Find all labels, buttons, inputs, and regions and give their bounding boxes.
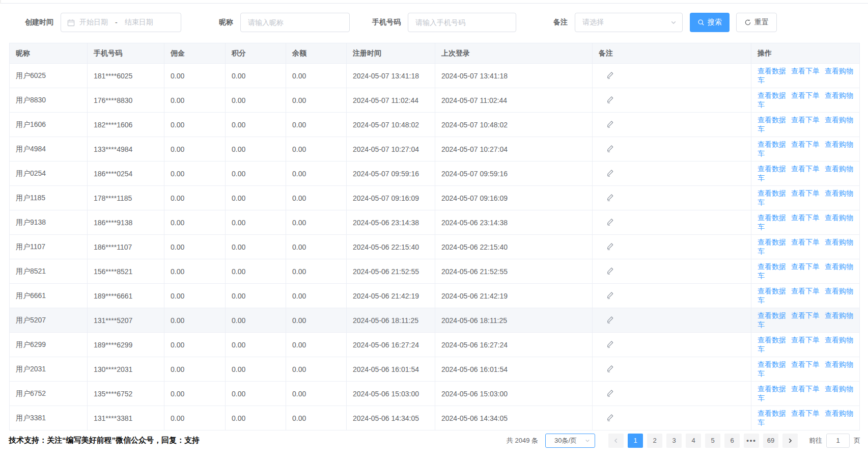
pencil-icon[interactable] (606, 194, 614, 201)
view-order-link[interactable]: 查看下单 (791, 336, 820, 344)
date-range-picker[interactable]: 开始日期 - 结束日期 (61, 13, 181, 32)
view-order-link[interactable]: 查看下单 (791, 67, 820, 75)
cell-points: 0.00 (226, 186, 286, 210)
view-data-link[interactable]: 查看数据 (758, 91, 786, 99)
pencil-icon[interactable] (606, 340, 614, 348)
cell-balance: 0.00 (286, 284, 347, 308)
cell-last-login: 2024-05-06 21:42:19 (435, 284, 593, 308)
remark-select[interactable]: 请选择 (575, 13, 683, 32)
pencil-icon[interactable] (606, 71, 614, 79)
cell-register-time: 2024-05-06 21:52:55 (347, 259, 435, 284)
view-data-link[interactable]: 查看数据 (758, 311, 786, 319)
cell-actions: 查看数据查看下单查看购物车 (751, 235, 860, 259)
view-data-link[interactable]: 查看数据 (758, 189, 786, 197)
pencil-icon[interactable] (606, 316, 614, 324)
table-row: 用户1107 186****1107 0.00 0.00 0.00 2024-0… (10, 235, 860, 259)
view-data-link[interactable]: 查看数据 (758, 262, 786, 271)
pencil-icon[interactable] (606, 243, 614, 250)
page-button-1[interactable]: 1 (628, 434, 643, 448)
view-order-link[interactable]: 查看下单 (791, 360, 820, 368)
cell-nickname: 用户1185 (10, 186, 88, 210)
prev-page-button[interactable] (608, 434, 624, 448)
cell-balance: 0.00 (286, 357, 347, 382)
view-data-link[interactable]: 查看数据 (758, 116, 786, 124)
view-order-link[interactable]: 查看下单 (791, 238, 820, 246)
pencil-icon[interactable] (606, 120, 614, 128)
cell-remark (593, 357, 751, 382)
cell-commission: 0.00 (164, 210, 226, 235)
cell-phone: 178****1185 (88, 186, 164, 210)
view-data-link[interactable]: 查看数据 (758, 165, 786, 173)
view-data-link[interactable]: 查看数据 (758, 238, 786, 246)
cell-remark (593, 284, 751, 308)
view-order-link[interactable]: 查看下单 (791, 165, 820, 173)
view-order-link[interactable]: 查看下单 (791, 311, 820, 319)
view-order-link[interactable]: 查看下单 (791, 409, 820, 417)
view-data-link[interactable]: 查看数据 (758, 409, 786, 417)
cell-register-time: 2024-05-06 14:34:05 (347, 406, 435, 430)
reset-button[interactable]: 重置 (736, 13, 777, 32)
view-data-link[interactable]: 查看数据 (758, 336, 786, 344)
pencil-icon[interactable] (606, 169, 614, 177)
view-data-link[interactable]: 查看数据 (758, 140, 786, 148)
pencil-icon[interactable] (606, 414, 614, 421)
page-button-4[interactable]: 4 (686, 434, 701, 448)
view-order-link[interactable]: 查看下单 (791, 140, 820, 148)
cell-phone: 186****0254 (88, 161, 164, 186)
view-order-link[interactable]: 查看下单 (791, 91, 820, 99)
view-data-link[interactable]: 查看数据 (758, 213, 786, 222)
view-data-link[interactable]: 查看数据 (758, 287, 786, 295)
cell-phone: 186****9138 (88, 210, 164, 235)
cell-nickname: 用户8521 (10, 259, 88, 284)
cell-nickname: 用户1107 (10, 235, 88, 259)
start-date-placeholder[interactable]: 开始日期 (79, 18, 108, 27)
view-order-link[interactable]: 查看下单 (791, 213, 820, 222)
view-data-link[interactable]: 查看数据 (758, 360, 786, 368)
pencil-icon[interactable] (606, 267, 614, 275)
cell-balance: 0.00 (286, 333, 347, 357)
table-row: 用户2031 130****2031 0.00 0.00 0.00 2024-0… (10, 357, 860, 382)
pencil-icon[interactable] (606, 365, 614, 372)
table-row: 用户8830 176****8830 0.00 0.00 0.00 2024-0… (10, 88, 860, 113)
view-order-link[interactable]: 查看下单 (791, 116, 820, 124)
pencil-icon[interactable] (606, 96, 614, 103)
nickname-input[interactable] (240, 13, 350, 32)
cell-commission: 0.00 (164, 406, 226, 430)
page-button-6[interactable]: 6 (724, 434, 740, 448)
cell-register-time: 2024-05-07 11:02:44 (347, 88, 435, 113)
column-header-commission: 佣金 (164, 43, 226, 64)
pencil-icon[interactable] (606, 389, 614, 397)
pencil-icon[interactable] (606, 218, 614, 226)
cell-balance: 0.00 (286, 382, 347, 406)
page-size-select[interactable]: 30条/页 (545, 434, 595, 448)
view-order-link[interactable]: 查看下单 (791, 385, 820, 393)
view-order-link[interactable]: 查看下单 (791, 262, 820, 271)
column-header-nickname: 昵称 (10, 43, 88, 64)
cell-commission: 0.00 (164, 235, 226, 259)
cell-balance: 0.00 (286, 88, 347, 113)
view-order-link[interactable]: 查看下单 (791, 287, 820, 295)
pencil-icon[interactable] (606, 145, 614, 152)
cell-actions: 查看数据查看下单查看购物车 (751, 406, 860, 430)
pencil-icon[interactable] (606, 291, 614, 299)
cell-nickname: 用户3381 (10, 406, 88, 430)
cell-balance: 0.00 (286, 64, 347, 88)
view-data-link[interactable]: 查看数据 (758, 67, 786, 75)
page-button-5[interactable]: 5 (705, 434, 720, 448)
page-button-69[interactable]: 69 (763, 434, 778, 448)
search-button[interactable]: 搜索 (690, 13, 730, 32)
table-row: 用户6661 189****6661 0.00 0.00 0.00 2024-0… (10, 284, 860, 308)
phone-input[interactable] (408, 13, 516, 32)
end-date-placeholder[interactable]: 结束日期 (125, 18, 153, 27)
view-order-link[interactable]: 查看下单 (791, 189, 820, 197)
more-pages-button[interactable]: ••• (744, 434, 759, 448)
cell-remark (593, 382, 751, 406)
cell-register-time: 2024-05-06 23:14:38 (347, 210, 435, 235)
jump-page-input[interactable] (826, 434, 850, 448)
page-button-3[interactable]: 3 (666, 434, 682, 448)
view-data-link[interactable]: 查看数据 (758, 385, 786, 393)
cell-points: 0.00 (226, 137, 286, 161)
next-page-button[interactable] (782, 434, 798, 448)
cell-nickname: 用户6299 (10, 333, 88, 357)
page-button-2[interactable]: 2 (647, 434, 662, 448)
